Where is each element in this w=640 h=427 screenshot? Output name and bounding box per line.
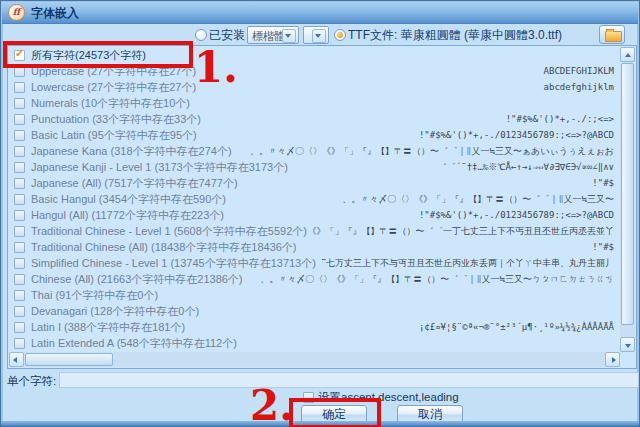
charset-row[interactable]: Japanese Kanji - Level 1 (3173个字符中存在3173…	[9, 159, 620, 175]
charset-sample: 、。〃々〆〇〈〉《》「」『』【】〒〓（）〜゛゜｜∥乂一≒三又〜ぁあいぃうぅえぇぉ…	[250, 145, 614, 158]
installed-radio-label: 已安装	[209, 27, 245, 44]
charset-sample-area	[164, 287, 616, 303]
charset-row[interactable]: Lowercase (27个字符中存在27个) abcdefghijklm	[9, 79, 620, 95]
charset-sample-area: ¡¢£¤¥¦§¨©ª«¬®¯°±²³´µ¶·¸¹º»¼½¾¿ÀÁÂÃÄÅ	[191, 319, 616, 335]
charset-rows: 所有字符(24573个字符) Uppercase (27个字符中存在27个) A…	[9, 47, 620, 352]
charset-row[interactable]: Devanagari (128个字符中存在0个)	[9, 303, 620, 319]
charset-label: Devanagari (128个字符中存在0个)	[31, 304, 199, 319]
charset-label: Latin I (388个字符中存在181个)	[31, 320, 185, 335]
charset-checkbox[interactable]	[14, 258, 25, 269]
charset-sample: !"#$%&'()*+,-./0123456789:;<=>?@ABCD	[419, 130, 614, 140]
charset-sample: abcdefghijklm	[544, 82, 614, 92]
charset-label: Chinese (All) (21663个字符中存在21386个)	[31, 272, 243, 287]
single-char-label: 单个字符:	[7, 374, 56, 389]
vertical-scrollbar[interactable]	[620, 47, 635, 352]
charset-checkbox[interactable]	[14, 322, 25, 333]
installed-radio[interactable]	[195, 29, 207, 41]
window-title: 字体嵌入	[31, 5, 79, 22]
charset-row[interactable]: Latin I (388个字符中存在181个) ¡¢£¤¥¦§¨©ª«¬®¯°±…	[9, 319, 620, 335]
charset-sample: 、。〃々〆〇〈〉《》「」『』【】〒〓（）〜゛゜一丁七丈三上下不丐丑且丕世丘丙丞丟…	[313, 225, 614, 238]
charset-label: Traditional Chinese - Level 1 (5608个字符中存…	[31, 224, 307, 239]
charset-row[interactable]: Basic Hangul (3454个字符中存在590个) 、。〃々〆〇〈〉《》…	[9, 191, 620, 207]
charset-checkbox[interactable]	[14, 114, 25, 125]
charset-label: Latin Extended A (548个字符中存在112个)	[31, 336, 237, 351]
radio-selected-dot	[337, 32, 343, 38]
charset-row[interactable]: Traditional Chinese - Level 1 (5608个字符中存…	[9, 223, 620, 239]
charset-sample-area: !"#$%&'()*+,-./0123456789:;<=>?@ABCD	[203, 127, 616, 143]
charset-sample: ゛゜´¨†‡…‰※℃Å←↑→↓⇒⇔∀∂∃∇∈∋√∝∞∠‖∧∨	[437, 161, 614, 174]
charset-label: Lowercase (27个字符中存在27个)	[31, 80, 196, 95]
scroll-up-button[interactable]	[620, 47, 635, 62]
horizontal-scroll-thumb[interactable]	[25, 353, 113, 366]
charset-row[interactable]: Hangul (All) (11772个字符中存在223个) !"#$%&'()…	[9, 207, 620, 223]
charset-sample-area	[243, 335, 616, 351]
charset-sample: !"#$	[592, 242, 614, 252]
charset-label: Simplified Chinese - Level 1 (13745个字符中存…	[31, 256, 316, 271]
charset-checkbox[interactable]	[14, 82, 25, 93]
charset-label: Japanese (All) (7517个字符中存在7477个)	[31, 176, 238, 191]
charset-checkbox[interactable]	[14, 194, 25, 205]
annotation-step2-number: 2.	[250, 385, 294, 427]
font-style-select[interactable]	[303, 26, 329, 44]
chevron-down-icon[interactable]	[282, 29, 296, 43]
charset-row[interactable]: Simplified Chinese - Level 1 (13745个字符中存…	[9, 255, 620, 271]
charset-checkbox[interactable]	[14, 226, 25, 237]
charset-row[interactable]: Japanese (All) (7517个字符中存在7477个) !"#$	[9, 175, 620, 191]
browse-ttf-button[interactable]	[599, 25, 625, 44]
charset-sample-area: 、。〃々〆〇〈〉《》「」『』【】〒〓（）〜゛゜一丁七丈三上下不丐丑且丕世丘丙丞丟…	[313, 223, 616, 239]
scroll-left-button[interactable]	[9, 352, 24, 367]
charset-checkbox[interactable]	[14, 178, 25, 189]
charset-checkbox[interactable]	[14, 306, 25, 317]
installed-font-select[interactable]: 標楷體	[247, 26, 299, 44]
charset-sample-area	[196, 95, 616, 111]
charset-row[interactable]: Numerals (10个字符中存在10个)	[9, 95, 620, 111]
charset-label: Numerals (10个字符中存在10个)	[31, 96, 190, 111]
charset-label: Hangul (All) (11772个字符中存在223个)	[31, 208, 224, 223]
charset-row[interactable]: Japanese Kana (318个字符中存在274个) 、。〃々〆〇〈〉《》…	[9, 143, 620, 159]
ttf-file-radio[interactable]	[334, 29, 346, 41]
charset-sample-area: !"#$%&'()*+,-./:;<=>	[207, 111, 616, 127]
charset-checkbox[interactable]	[14, 274, 25, 285]
charset-row[interactable]: Basic Latin (95个字符中存在95个) !"#$%&'()*+,-.…	[9, 127, 620, 143]
chevron-down-icon[interactable]	[312, 29, 326, 43]
scroll-down-button[interactable]	[620, 337, 635, 352]
scroll-right-button[interactable]	[605, 352, 620, 367]
charset-row[interactable]: Punctuation (33个字符中存在33个) !"#$%&'()*+,-.…	[9, 111, 620, 127]
vertical-scroll-thumb[interactable]	[621, 63, 634, 325]
charset-checkbox[interactable]	[14, 242, 25, 253]
charset-sample-area: !"#$%&'()*+,-./0123456789:;<=>?@ABCD	[230, 207, 616, 223]
charset-sample: !"#$%&'()*+,-./:;<=>	[506, 114, 614, 124]
charset-checkbox[interactable]	[14, 98, 25, 109]
installed-font-value: 標楷體	[252, 29, 285, 44]
charset-sample-area: 、。〃々〆〇〈〉《》「」『』【】〒〓（）〜゛゜｜∥乂一≒三又〜ぁあいぃうぅえぇぉ…	[238, 143, 616, 159]
charset-sample-area: 、。〃々〆〇〈〉《》「」『』【】〒〓（）〜゛゜｜∥乂一≒三又〜ㄅㄆㄇㄈㄉㄊㄋㄍㄎ	[249, 271, 616, 287]
charset-checkbox[interactable]	[14, 146, 25, 157]
charset-checkbox[interactable]	[14, 290, 25, 301]
charset-sample-area	[205, 303, 616, 319]
charset-sample-area: 一丁七万丈三上下不与丏丑且丕世丘丙业东丢两｜个丫ㄚ中丰串、丸丹主丽丿	[322, 255, 616, 271]
titlebar[interactable]: ff 字体嵌入	[2, 2, 638, 24]
annotation-step1-number: 1.	[194, 47, 238, 89]
charset-sample: ABCDEFGHIJKLM	[544, 66, 614, 76]
charset-sample: 、。〃々〆〇〈〉《》「」『』【】〒〓（）〜゛゜｜∥乂一≒三又〜ㄅㄆㄇㄈㄉㄊㄋㄍㄎ	[260, 273, 614, 286]
charset-checkbox[interactable]	[14, 338, 25, 349]
charset-row[interactable]: Chinese (All) (21663个字符中存在21386个) 、。〃々〆〇…	[9, 271, 620, 287]
charset-sample-area: ゛゜´¨†‡…‰※℃Å←↑→↓⇒⇔∀∂∃∇∈∋√∝∞∠‖∧∨	[294, 159, 616, 175]
horizontal-scrollbar[interactable]	[9, 352, 620, 367]
charset-checkbox[interactable]	[14, 130, 25, 141]
ttf-file-label: TTF文件: 華康粗圓體 (華康中圓體3.0.ttf)	[348, 27, 562, 44]
charset-checkbox[interactable]	[14, 210, 25, 221]
charset-row[interactable]: Traditional Chinese (All) (18438个字符中存在18…	[9, 239, 620, 255]
charset-sample: 、。〃々〆〇〈〉《》「」『』【】〒〓（）〜゛゜｜∥乂一≒三又〜	[342, 193, 614, 206]
charset-label: Basic Hangul (3454个字符中存在590个)	[31, 192, 226, 207]
charset-sample: 一丁七万丈三上下不与丏丑且丕世丘丙业东丢两｜个丫ㄚ中丰串、丸丹主丽丿	[322, 257, 614, 270]
charset-row[interactable]: Latin Extended A (548个字符中存在112个)	[9, 335, 620, 351]
charset-label: Basic Latin (95个字符中存在95个)	[31, 128, 197, 143]
charset-label: Traditional Chinese (All) (18438个字符中存在18…	[31, 240, 297, 255]
arrow-right-icon	[612, 357, 616, 363]
charset-checkbox[interactable]	[14, 162, 25, 173]
single-char-input[interactable]	[59, 372, 639, 388]
charset-row[interactable]: Thai (91个字符中存在0个)	[9, 287, 620, 303]
arrow-left-icon	[13, 357, 17, 363]
annotation-box-step1	[3, 41, 193, 68]
